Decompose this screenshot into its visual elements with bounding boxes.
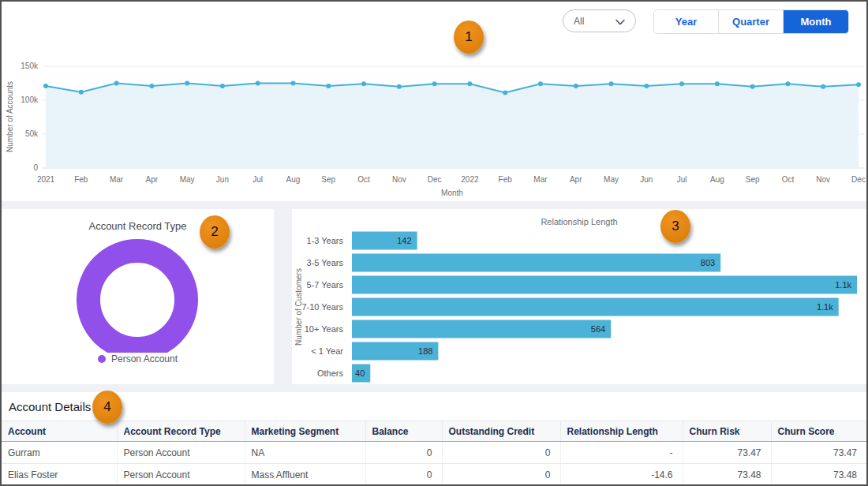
table-cell: Mass Affluent [245,464,365,486]
annotation-badge-4: 4 [92,391,122,424]
table-cell: 0 [365,464,442,486]
svg-text:1.1k: 1.1k [817,302,833,312]
person-account-legend-dot [98,355,106,363]
data-point[interactable] [149,84,154,88]
table-row: GurramPerson AccountNA00-73.4773.47 [2,442,866,464]
svg-text:Sep: Sep [321,175,335,184]
svg-text:188: 188 [418,346,432,356]
time-grain-toggle: Year Quarter Month [653,9,849,34]
svg-text:803: 803 [701,258,715,267]
svg-text:40: 40 [355,368,365,378]
svg-text:7-10 Years: 7-10 Years [301,302,343,312]
account-record-type-donut-chart[interactable] [2,234,274,353]
svg-text:Aug: Aug [286,175,301,184]
data-point[interactable] [644,84,649,88]
svg-text:Apr: Apr [570,175,582,184]
svg-text:Nov: Nov [816,175,830,184]
quarter-button[interactable]: Quarter [719,10,784,33]
data-point[interactable] [256,81,260,86]
svg-text:Sep: Sep [746,175,760,184]
data-point[interactable] [43,84,48,88]
svg-text:1.1k: 1.1k [835,280,851,290]
donut-legend: Person Account [2,353,274,364]
column-header: Marketing Segment [245,421,365,442]
annotation-badge-1: 1 [454,21,484,54]
data-point[interactable] [785,81,790,86]
data-point[interactable] [750,84,755,89]
chevron-down-icon [615,14,625,28]
svg-text:Jun: Jun [216,175,229,184]
svg-text:Oct: Oct [782,175,795,184]
column-header: Account Record Type [117,421,245,442]
table-cell: -14.6 [560,464,683,486]
column-header: Relationship Length [560,421,683,442]
table-row: Elias FosterPerson AccountMass Affluent0… [2,464,866,486]
relationship-length-bar-chart[interactable]: 1-3 Years1423-5 Years8035-7 Years1.1k7-1… [292,209,866,384]
svg-text:Apr: Apr [146,175,159,184]
data-point[interactable] [432,81,437,86]
table-cell: 0 [442,442,560,464]
svg-text:3-5 Years: 3-5 Years [307,258,344,267]
filter-dropdown[interactable]: All [563,9,636,32]
svg-text:Jul: Jul [677,175,687,184]
data-point[interactable] [538,81,543,86]
svg-text:10+ Years: 10+ Years [305,324,344,334]
account-details-card: Account Details AccountAccount Record Ty… [2,392,866,484]
data-point[interactable] [574,84,578,88]
bar-segment[interactable] [352,320,611,338]
svg-text:May: May [180,175,195,184]
table-cell: 73.47 [771,442,866,464]
year-button[interactable]: Year [654,10,719,33]
data-point[interactable] [79,90,84,95]
data-point[interactable] [361,81,366,86]
svg-text:0: 0 [33,163,38,172]
table-cell: 0 [365,442,442,464]
svg-text:Feb: Feb [499,175,513,184]
bar-segment[interactable] [352,276,857,294]
column-header: Outstanding Credit [442,421,560,442]
svg-text:< 1 Year: < 1 Year [311,346,343,356]
svg-text:2022: 2022 [461,175,479,184]
table-cell: 73.47 [683,442,771,464]
svg-text:Aug: Aug [710,175,724,184]
svg-text:Feb: Feb [74,175,88,184]
svg-text:Dec: Dec [851,175,866,184]
data-point[interactable] [609,81,614,86]
annotation-badge-3: 3 [660,210,690,243]
column-header: Churn Risk [683,421,771,442]
data-point[interactable] [397,84,402,89]
data-point[interactable] [467,81,472,86]
donut-slice-person-account[interactable] [88,251,186,349]
svg-text:Jul: Jul [253,175,263,184]
bar-segment[interactable] [352,298,839,316]
column-header: Churn Score [771,421,866,442]
svg-text:Nov: Nov [392,175,406,184]
svg-text:50k: 50k [25,129,39,138]
svg-text:142: 142 [397,236,411,245]
bar-segment[interactable] [352,254,720,272]
svg-text:Jun: Jun [640,175,653,184]
person-account-legend-label: Person Account [111,353,178,364]
account-record-type-card: Account Record Type Person Account [2,209,274,384]
month-button[interactable]: Month [784,10,848,33]
data-point[interactable] [220,84,225,88]
donut-chart-title: Account Record Type [2,220,274,232]
data-point[interactable] [679,81,684,86]
accounts-line-chart[interactable]: 050k100k150k2021FebMarAprMayJunJulAugSep… [2,33,866,200]
svg-text:100k: 100k [21,95,39,104]
svg-text:Month: Month [441,189,463,197]
table-cell: Person Account [117,442,245,464]
data-point[interactable] [856,82,861,87]
data-point[interactable] [503,91,507,95]
dashboard: All Year Quarter Month 050k100k150k2021F… [0,0,868,486]
accounts-timeline-card: All Year Quarter Month 050k100k150k2021F… [2,2,866,201]
table-cell: Elias Foster [2,464,117,486]
data-point[interactable] [185,81,189,86]
data-point[interactable] [290,81,295,86]
data-point[interactable] [114,81,119,86]
svg-text:May: May [604,175,619,184]
data-point[interactable] [715,81,720,86]
svg-text:Dec: Dec [428,175,442,184]
data-point[interactable] [326,84,331,88]
data-point[interactable] [821,84,825,89]
